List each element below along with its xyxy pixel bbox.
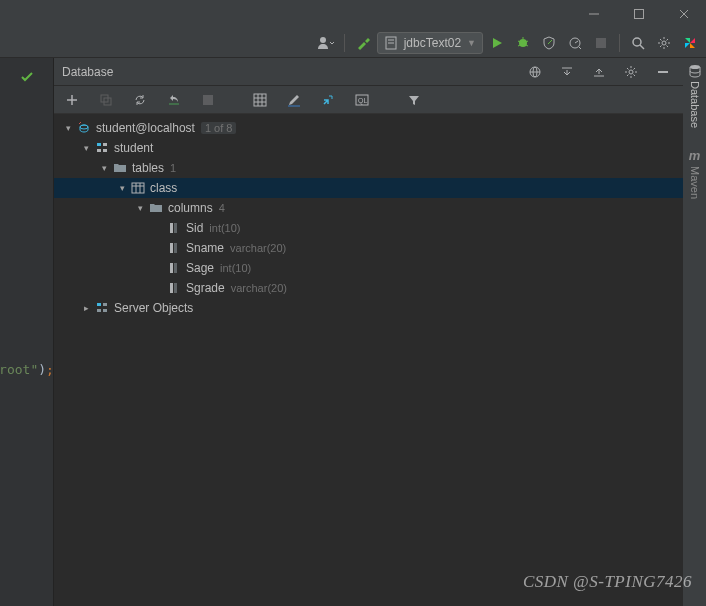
stop-button[interactable]	[589, 31, 613, 55]
database-toolbar: QL	[54, 86, 683, 114]
svg-rect-61	[97, 309, 101, 312]
svg-rect-44	[103, 143, 107, 146]
schema-label: student	[114, 141, 153, 155]
play-icon	[491, 37, 503, 49]
run-button[interactable]	[485, 31, 509, 55]
left-gutter: root");	[0, 58, 53, 606]
column-icon	[166, 280, 182, 296]
datasource-label: student@localhost	[96, 121, 195, 135]
column-name: Sgrade	[186, 281, 225, 295]
inspections-ok-icon[interactable]	[20, 70, 34, 84]
folder-icon	[148, 200, 164, 216]
svg-rect-57	[170, 283, 173, 293]
svg-rect-43	[97, 143, 101, 146]
refresh-button[interactable]	[128, 88, 152, 112]
globe-icon	[528, 65, 542, 79]
column-type: int(10)	[209, 222, 240, 234]
schema-icon	[94, 140, 110, 156]
query-console-button[interactable]: QL	[350, 88, 374, 112]
chevron-down-icon[interactable]: ▾	[114, 183, 130, 193]
server-objects-label: Server Objects	[114, 301, 193, 315]
search-everywhere-button[interactable]	[626, 31, 650, 55]
chevron-down-icon[interactable]: ▾	[78, 143, 94, 153]
column-name: Sage	[186, 261, 214, 275]
collapse-button[interactable]	[587, 60, 611, 84]
tree-row-column[interactable]: ▸ Sid int(10)	[54, 218, 683, 238]
hide-panel-button[interactable]	[651, 60, 675, 84]
svg-rect-51	[170, 223, 173, 233]
svg-rect-58	[174, 283, 177, 293]
code-string: root"	[0, 362, 38, 377]
svg-point-42	[80, 125, 88, 129]
minimize-button[interactable]	[571, 0, 616, 28]
duplicate-button[interactable]	[94, 88, 118, 112]
debug-button[interactable]	[511, 31, 535, 55]
maven-icon: m	[689, 148, 701, 163]
maven-tool-label: Maven	[689, 166, 701, 199]
svg-rect-60	[103, 303, 107, 306]
tree-row-column[interactable]: ▸ Sgrade varchar(20)	[54, 278, 683, 298]
disconnect-button[interactable]	[196, 88, 220, 112]
chevron-down-icon[interactable]: ▾	[132, 203, 148, 213]
right-toolwindow-stripe: Database m Maven	[683, 58, 706, 606]
column-icon	[166, 260, 182, 276]
tree-row-column[interactable]: ▸ Sname varchar(20)	[54, 238, 683, 258]
table-view-button[interactable]	[248, 88, 272, 112]
filter-button[interactable]	[402, 88, 426, 112]
tree-row-columns[interactable]: ▾ columns 4	[54, 198, 683, 218]
close-icon	[678, 8, 690, 20]
build-button[interactable]	[351, 31, 375, 55]
coverage-button[interactable]	[537, 31, 561, 55]
maven-tool-button[interactable]: m Maven	[689, 148, 701, 199]
panel-settings-button[interactable]	[619, 60, 643, 84]
svg-rect-52	[174, 223, 177, 233]
svg-rect-45	[97, 149, 101, 152]
view-mode-button[interactable]	[523, 60, 547, 84]
column-type: int(10)	[220, 262, 251, 274]
database-panel-header: Database	[54, 58, 683, 86]
database-tree[interactable]: ▾ student@localhost 1 of 8 ▾ student ▾ t…	[54, 114, 683, 606]
svg-point-8	[519, 39, 527, 47]
minimize-icon	[588, 8, 600, 20]
ide-toolbar: jdbcText02 ▼	[0, 28, 706, 58]
column-icon	[166, 220, 182, 236]
editor-fragment: root");	[0, 362, 54, 377]
svg-text:QL: QL	[358, 97, 367, 105]
tree-row-server-objects[interactable]: ▸ Server Objects	[54, 298, 683, 318]
window-titlebar	[0, 0, 706, 28]
panel-title: Database	[62, 65, 113, 79]
svg-rect-46	[103, 149, 107, 152]
tree-row-column[interactable]: ▸ Sage int(10)	[54, 258, 683, 278]
run-config-select[interactable]: jdbcText02 ▼	[377, 32, 483, 54]
profiler-button[interactable]	[563, 31, 587, 55]
watermark: CSDN @S-TPING7426	[523, 572, 692, 592]
database-tool-button[interactable]: Database	[688, 64, 702, 128]
search-icon	[631, 36, 645, 50]
chevron-down-icon[interactable]: ▾	[96, 163, 112, 173]
tree-row-table-class[interactable]: ▾ class	[54, 178, 683, 198]
bug-icon	[516, 36, 530, 50]
tree-row-schema[interactable]: ▾ student	[54, 138, 683, 158]
tables-label: tables	[132, 161, 164, 175]
tree-row-datasource[interactable]: ▾ student@localhost 1 of 8	[54, 118, 683, 138]
rollback-button[interactable]	[162, 88, 186, 112]
edit-button[interactable]	[282, 88, 306, 112]
table-label: class	[150, 181, 177, 195]
maximize-button[interactable]	[616, 0, 661, 28]
svg-rect-53	[170, 243, 173, 253]
chevron-down-icon[interactable]: ▾	[60, 123, 76, 133]
jump-icon	[321, 93, 335, 107]
svg-rect-59	[97, 303, 101, 306]
user-dropdown-button[interactable]	[314, 31, 338, 55]
columns-count: 4	[219, 202, 225, 214]
close-button[interactable]	[661, 0, 706, 28]
ide-settings-button[interactable]	[652, 31, 676, 55]
svg-line-13	[526, 45, 528, 46]
chevron-right-icon[interactable]: ▸	[78, 303, 94, 313]
add-datasource-button[interactable]	[60, 88, 84, 112]
tree-row-tables[interactable]: ▾ tables 1	[54, 158, 683, 178]
toolbox-button[interactable]	[678, 31, 702, 55]
expand-button[interactable]	[555, 60, 579, 84]
jump-to-console-button[interactable]	[316, 88, 340, 112]
maximize-icon	[633, 8, 645, 20]
